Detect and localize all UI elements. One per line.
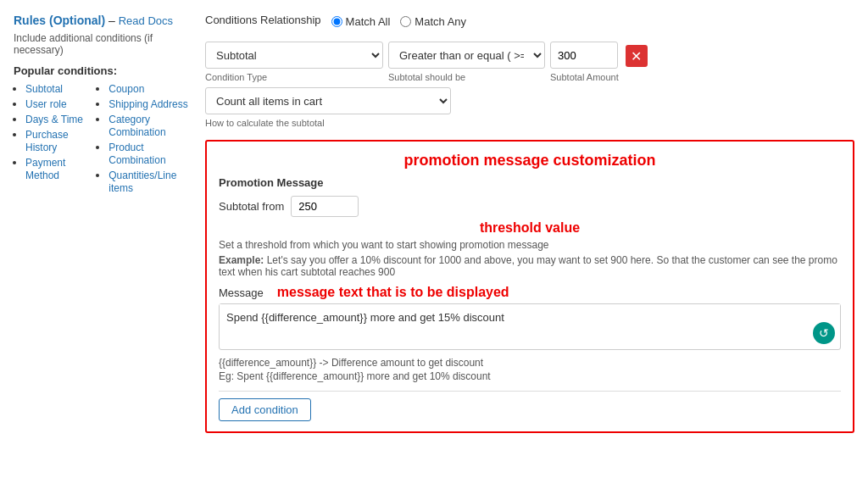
sidebar-item-purchase-history[interactable]: Purchase History <box>25 129 69 153</box>
sidebar-item-user-role[interactable]: User role <box>25 98 67 110</box>
hint-text-1: {{difference_amount}} -> Difference amou… <box>219 357 841 369</box>
threshold-desc: Set a threshold from which you want to s… <box>219 239 841 251</box>
match-any-label: Match Any <box>415 15 466 28</box>
divider <box>219 391 841 392</box>
amount-input[interactable]: 300 <box>550 42 618 69</box>
main-content: Conditions Relationship Match All Match … <box>205 14 854 464</box>
remove-condition-button[interactable]: ✕ <box>626 45 648 67</box>
condition-type-label: Condition Type <box>205 72 383 82</box>
sidebar-item-product-combination[interactable]: Product Combination <box>108 142 165 166</box>
read-docs-link[interactable]: Read Docs <box>119 14 173 27</box>
message-textarea[interactable]: Spend {{difference_amount}} more and get… <box>220 304 840 347</box>
condition-select-row-1: Subtotal Condition Type Greater than or … <box>205 42 619 82</box>
subtotal-from-label: Subtotal from <box>219 200 284 213</box>
conditions-col-2: Coupon Shipping Address Category Combina… <box>97 82 192 197</box>
sidebar-item-subtotal[interactable]: Subtotal <box>25 83 63 95</box>
sidebar-title: Rules (Optional) <box>14 14 105 27</box>
hint-example: Eg: Spent {{difference_amount}} more and… <box>219 370 841 382</box>
match-all-radio[interactable] <box>331 16 342 27</box>
subtotal-from-input[interactable] <box>291 196 359 217</box>
sidebar-item-coupon[interactable]: Coupon <box>108 83 144 95</box>
promo-header-annotation: promotion message customization <box>219 152 841 170</box>
condition-selects: Subtotal Condition Type Greater than or … <box>205 42 619 128</box>
threshold-example-bold: Example: <box>219 254 264 266</box>
operator-select[interactable]: Greater than or equal ( >= ) <box>388 42 545 69</box>
match-any-radio[interactable] <box>400 16 411 27</box>
threshold-annotation: threshold value <box>219 220 841 236</box>
sidebar-item-days-time[interactable]: Days & Time <box>25 114 83 125</box>
match-all-radio-label[interactable]: Match All <box>331 15 391 28</box>
radio-group: Match All Match Any <box>331 15 466 28</box>
match-all-label: Match All <box>346 15 391 28</box>
match-any-radio-label[interactable]: Match Any <box>400 15 466 28</box>
conditions-relationship-label: Conditions Relationship <box>205 14 321 26</box>
condition-type-select[interactable]: Subtotal <box>205 42 383 69</box>
message-annotation: message text that is to be displayed <box>277 285 509 300</box>
conditions-relationship-row: Conditions Relationship Match All Match … <box>205 14 854 30</box>
subtotal-amount-label: Subtotal Amount <box>550 72 619 82</box>
calculate-row: Count all items in cart How to calculate… <box>205 87 619 128</box>
threshold-example-text: Let's say you offer a 10% discount for 1… <box>219 254 837 278</box>
message-label-row: Message message text that is to be displ… <box>219 285 841 300</box>
sidebar-item-shipping-address[interactable]: Shipping Address <box>108 98 187 110</box>
refresh-symbol: ↺ <box>819 326 829 340</box>
threshold-example: Example: Let's say you offer a 10% disco… <box>219 254 841 278</box>
calculate-select[interactable]: Count all items in cart <box>205 87 451 114</box>
subtotal-from-row: Subtotal from <box>219 196 841 217</box>
sidebar-item-quantities[interactable]: Quantities/Line items <box>108 170 176 194</box>
add-condition-button[interactable]: Add condition <box>219 398 311 421</box>
sidebar: Rules (Optional) – Read Docs Include add… <box>14 14 192 464</box>
message-label: Message <box>219 286 264 299</box>
refresh-icon[interactable]: ↺ <box>813 322 835 344</box>
sidebar-item-category-combination[interactable]: Category Combination <box>108 114 165 138</box>
popular-conditions-title: Popular conditions: <box>14 64 192 77</box>
remove-icon: ✕ <box>631 48 642 64</box>
subtotal-should-be-label: Subtotal should be <box>388 72 545 82</box>
sidebar-item-payment-method[interactable]: Payment Method <box>25 157 65 181</box>
promo-box: promotion message customization Promotio… <box>205 140 854 433</box>
conditions-col-1: Subtotal User role Days & Time Purchase … <box>14 82 88 197</box>
message-textarea-wrapper: Spend {{difference_amount}} more and get… <box>219 303 841 350</box>
how-to-calculate-label: How to calculate the subtotal <box>205 118 619 128</box>
promo-message-title: Promotion Message <box>219 176 841 189</box>
sidebar-subtitle: Include additional conditions (if necess… <box>14 32 192 56</box>
condition-row: Subtotal Condition Type Greater than or … <box>205 42 854 128</box>
